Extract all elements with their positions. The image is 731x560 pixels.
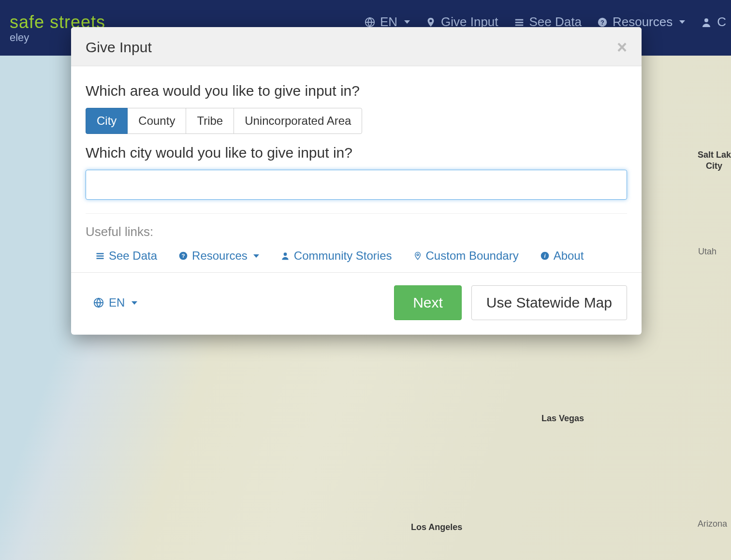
modal-footer: EN Next Use Statewide Map [71,272,642,335]
close-button[interactable]: × [617,39,627,56]
area-option-unincorporated[interactable]: Unincorporated Area [234,108,362,134]
svg-rect-7 [97,253,104,254]
modal-header: Give Input × [71,27,642,66]
link-community-stories-label: Community Stories [294,249,392,263]
city-input[interactable] [86,170,627,200]
link-see-data[interactable]: See Data [95,249,157,263]
user-icon [280,251,290,261]
divider [86,213,627,214]
chevron-down-icon [253,254,259,258]
area-option-tribe[interactable]: Tribe [186,108,234,134]
footer-language[interactable]: EN [86,296,137,309]
area-option-county[interactable]: County [127,108,186,134]
next-button[interactable]: Next [394,285,462,320]
svg-point-12 [283,252,287,256]
footer-lang-label: EN [109,296,125,309]
area-button-group: City County Tribe Unincorporated Area [86,108,627,134]
statewide-map-button[interactable]: Use Statewide Map [471,285,627,320]
svg-rect-9 [97,258,104,259]
link-resources[interactable]: ? Resources [178,249,259,263]
link-about-label: About [554,249,584,263]
pin-icon [413,251,422,261]
close-icon: × [617,37,627,57]
modal-title: Give Input [86,39,152,56]
link-about[interactable]: i About [540,249,584,263]
globe-icon [93,297,104,308]
question-icon: ? [178,251,188,261]
modal-body: Which area would you like to give input … [71,66,642,272]
link-custom-boundary[interactable]: Custom Boundary [413,249,519,263]
modal-backdrop: Give Input × Which area would you like t… [0,0,731,560]
footer-buttons: Next Use Statewide Map [394,285,627,320]
area-option-city[interactable]: City [86,108,128,134]
useful-links-label: Useful links: [86,224,627,239]
link-custom-boundary-label: Custom Boundary [426,249,519,263]
svg-point-13 [417,254,419,256]
svg-text:?: ? [182,252,185,259]
give-input-modal: Give Input × Which area would you like t… [71,27,642,335]
area-question: Which area would you like to give input … [86,83,627,99]
link-see-data-label: See Data [109,249,157,263]
useful-links: See Data ? Resources Community Stories [86,249,627,263]
link-community-stories[interactable]: Community Stories [280,249,392,263]
link-resources-label: Resources [192,249,248,263]
svg-rect-8 [97,255,104,257]
city-question: Which city would you like to give input … [86,145,627,161]
list-icon [95,251,105,261]
info-icon: i [540,251,550,261]
chevron-down-icon [132,301,137,305]
